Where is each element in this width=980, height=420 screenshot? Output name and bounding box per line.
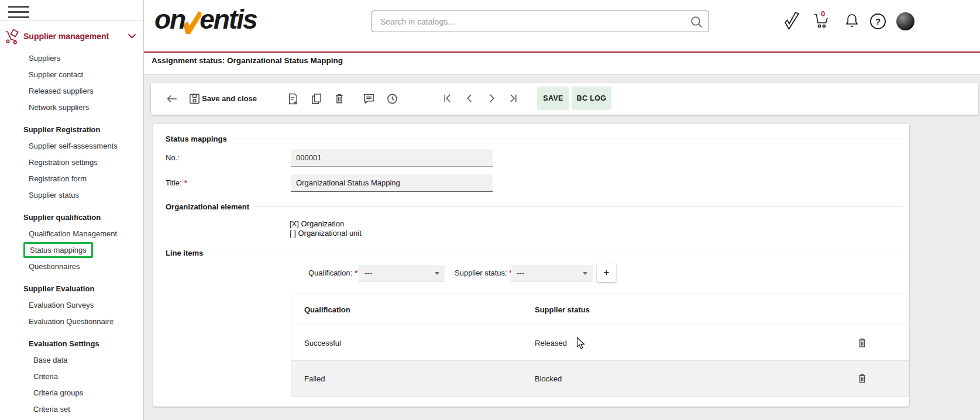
table-row: SuccessfulReleased [291, 325, 909, 361]
help-glyph: ? [875, 16, 881, 26]
save-and-close-button[interactable]: Save and close [202, 83, 257, 115]
save-icon[interactable] [188, 92, 201, 105]
logo-text-1: on [154, 4, 185, 35]
delete-row-button[interactable] [857, 337, 868, 349]
sidebar-item-qualification-management[interactable]: Qualification Management [0, 226, 143, 242]
page-title: Assignment status: Organizational Status… [152, 56, 343, 65]
avatar[interactable] [896, 12, 914, 30]
trash-icon [857, 373, 868, 384]
comment-icon[interactable] [363, 92, 375, 105]
sidebar: Supplier management SuppliersSupplier co… [0, 0, 144, 420]
section-organizational-element: Organizational element [166, 202, 903, 211]
sidebar-item-evaluation-questionnaire[interactable]: Evaluation Questionnaire [0, 314, 143, 330]
sidebar-group: SuppliersSupplier contactReleased suppli… [0, 50, 143, 116]
logo-text-2: entis [200, 4, 256, 35]
sidebar-item-status-mappings[interactable]: Status mappings [0, 242, 143, 259]
first-page-icon[interactable] [442, 92, 453, 104]
sidebar-item-network-suppliers[interactable]: Network suppliers [0, 99, 143, 116]
cell-supplier-status: Released [535, 325, 567, 361]
column-header-qualification: Qualification [304, 294, 350, 325]
trash-icon [857, 337, 868, 349]
no-input[interactable] [291, 149, 493, 167]
bell-icon[interactable] [843, 12, 861, 30]
sidebar-item-registration-settings[interactable]: Registration settings [0, 154, 143, 171]
organizational-element-options: [X] Organization [ ] Organizational unit [290, 219, 362, 238]
chevron-down-icon [128, 33, 136, 39]
catalog-search [372, 11, 709, 32]
section-title: Status mappings [166, 135, 227, 143]
chevron-down-icon [583, 272, 587, 277]
onventis-logo[interactable]: on entis [154, 4, 257, 35]
delete-row-button[interactable] [857, 373, 868, 384]
sidebar-group: Supplier RegistrationSupplier self-asses… [0, 122, 143, 204]
status-mapping-form: Status mappings No.: Title:* Organizatio… [153, 124, 909, 407]
chevron-down-icon [435, 272, 439, 277]
sidebar-item-released-suppliers[interactable]: Released suppliers [0, 83, 143, 99]
help-icon[interactable]: ? [870, 13, 886, 29]
app-window: { "sidebar": { "menu": { "label": "Suppl… [0, 0, 980, 420]
sidebar-item-questionnaires[interactable]: Questionnaires [0, 259, 143, 275]
search-icon[interactable] [690, 15, 704, 29]
cell-qualification: Failed [304, 361, 325, 397]
prev-page-icon[interactable] [464, 92, 475, 104]
sidebar-root-label: Supplier management [23, 32, 109, 41]
sidebar-item-supplier-status[interactable]: Supplier status [0, 187, 143, 204]
supplier-status-select[interactable]: --- [511, 265, 593, 281]
back-button[interactable] [165, 92, 178, 105]
add-line-item-button[interactable]: + [597, 263, 616, 282]
section-status-mappings: Status mappings [166, 135, 903, 143]
qualification-select[interactable]: --- [359, 265, 445, 281]
save-button[interactable]: SAVE [537, 87, 569, 110]
sidebar-item-supplier-contact[interactable]: Supplier contact [0, 67, 143, 83]
delete-icon[interactable] [333, 92, 345, 105]
cart-icon[interactable]: 0 [811, 13, 831, 29]
cell-qualification: Successful [304, 325, 341, 361]
next-page-icon[interactable] [486, 92, 497, 104]
title-label: Title:* [166, 178, 187, 187]
content-area: Save and close SAVE BC LOG [144, 75, 980, 420]
sidebar-highlight-box: Status mappings [23, 242, 93, 258]
sidebar-item-suppliers[interactable]: Suppliers [0, 50, 143, 67]
table-row: FailedBlocked [291, 361, 909, 397]
sidebar-item-evaluation-surveys[interactable]: Evaluation Surveys [0, 297, 143, 314]
cart-badge: 0 [821, 9, 825, 18]
sidebar-group: Evaluation SettingsBase dataCriteriaCrit… [0, 336, 143, 418]
sidebar-nav: SuppliersSupplier contactReleased suppli… [0, 50, 143, 418]
title-input[interactable] [291, 174, 493, 192]
sidebar-section-supplier-qualification: Supplier qualification [0, 209, 143, 226]
sidebar-section-supplier-evaluation: Supplier Evaluation [0, 281, 143, 297]
history-icon[interactable] [386, 92, 398, 105]
required-asterisk: * [184, 178, 187, 187]
search-input[interactable] [372, 11, 709, 32]
sidebar-group: Supplier EvaluationEvaluation SurveysEva… [0, 281, 143, 330]
copy-icon[interactable] [310, 92, 322, 105]
org-option-organization[interactable]: [X] Organization [290, 219, 362, 229]
title-bar: Assignment status: Organizational Status… [144, 54, 980, 75]
sidebar-section-evaluation-settings: Evaluation Settings [0, 336, 143, 352]
section-line-items: Line items [166, 249, 903, 257]
line-items-table: Qualification Supplier status Successful… [291, 294, 909, 397]
qualification-selected-value: --- [365, 268, 372, 277]
sidebar-item-registration-form[interactable]: Registration form [0, 171, 143, 187]
new-document-icon[interactable] [287, 92, 299, 105]
sidebar-item-supplier-management[interactable]: Supplier management [0, 27, 143, 46]
org-option-organizational-unit[interactable]: [ ] Organizational unit [290, 229, 362, 238]
last-page-icon[interactable] [508, 92, 519, 104]
sidebar-item-supplier-self-assessments[interactable]: Supplier self-assessments [0, 138, 143, 154]
sidebar-item-criteria[interactable]: Criteria [0, 369, 143, 385]
supplier-status-label: Supplier status:* [455, 265, 513, 281]
cell-supplier-status: Blocked [535, 361, 562, 397]
sidebar-item-base-data[interactable]: Base data [0, 352, 143, 369]
toolbar: Save and close SAVE BC LOG [151, 83, 978, 115]
sidebar-section-supplier-registration: Supplier Registration [0, 122, 143, 138]
bc-log-button[interactable]: BC LOG [572, 87, 611, 110]
sidebar-item-criteria-groups[interactable]: Criteria groups [0, 385, 143, 401]
hand-truck-icon [4, 27, 20, 44]
section-title: Organizational element [166, 202, 249, 211]
checkmark-icon[interactable] [783, 12, 800, 30]
column-header-supplier-status: Supplier status [535, 294, 590, 325]
sidebar-divider [0, 20, 143, 21]
sidebar-item-criteria-set[interactable]: Criteria set [0, 401, 143, 418]
supplier-status-selected-value: --- [517, 268, 524, 277]
hamburger-menu-icon[interactable] [8, 6, 29, 18]
